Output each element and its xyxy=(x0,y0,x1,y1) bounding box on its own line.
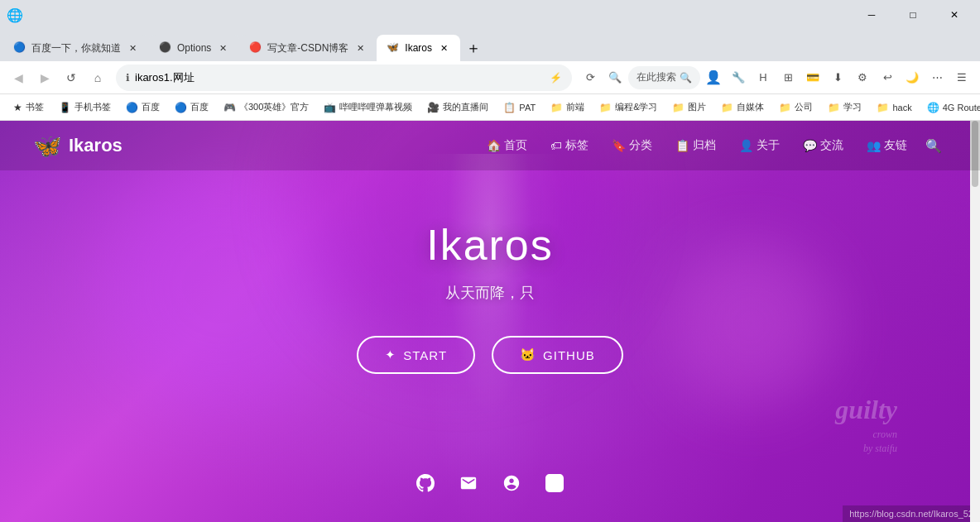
bookmark-label-mobile: 手机书签 xyxy=(74,101,111,113)
nav-home-link[interactable]: 🏠 首页 xyxy=(477,133,537,158)
bookmark-live[interactable]: 🎥 我的直播间 xyxy=(420,98,495,117)
github-icon: 🐱 xyxy=(520,347,536,362)
tab-baidu[interactable]: 🔵 百度一下，你就知道 ✕ xyxy=(3,35,149,61)
github-social-icon[interactable] xyxy=(416,474,435,497)
bookmark-label-router: 4G Router xyxy=(943,103,980,113)
bookmark-baidu2[interactable]: 🔵 百度 xyxy=(168,98,215,117)
watermark-line3: by staifu xyxy=(835,442,897,456)
bookmark-frontend[interactable]: 📁 前端 xyxy=(544,98,591,117)
back-button[interactable]: ◀ xyxy=(7,66,30,89)
bookmark-label-live: 我的直播间 xyxy=(443,101,488,113)
bookmarks-bar: ★ 书签 📱 手机书签 🔵 百度 🔵 百度 🎮 《300英雄》官方 📺 哔哩哔哩… xyxy=(0,94,980,121)
bookmark-company[interactable]: 📁 公司 xyxy=(772,98,819,117)
github-button[interactable]: 🐱 GITHUB xyxy=(492,336,623,374)
tab-close-baidu[interactable]: ✕ xyxy=(126,41,139,55)
bookmark-300[interactable]: 🎮 《300英雄》官方 xyxy=(217,98,315,117)
maximize-button[interactable]: □ xyxy=(894,0,932,30)
folder-icon3: 📁 xyxy=(672,102,685,113)
cast-button[interactable]: ⟳ xyxy=(579,66,602,89)
folder-icon5: 📁 xyxy=(779,102,791,113)
close-button[interactable]: ✕ xyxy=(935,0,973,30)
bookmark-images[interactable]: 📁 图片 xyxy=(665,98,713,117)
folder-icon6: 📁 xyxy=(828,102,840,113)
tab-close-ikaros[interactable]: ✕ xyxy=(437,41,450,55)
secure-icon: ℹ xyxy=(126,72,130,84)
talk-icon: 💬 xyxy=(803,139,817,152)
start-button[interactable]: ✦ START xyxy=(357,336,475,374)
bookmark-hack[interactable]: 📁 hack xyxy=(870,98,918,117)
address-input[interactable] xyxy=(135,71,545,84)
social-icons xyxy=(416,474,564,497)
extension-btn[interactable]: 🔧 xyxy=(727,66,750,89)
zhihu-social-icon[interactable] xyxy=(545,474,564,497)
toolbar: ◀ ▶ ↺ ⌂ ℹ ⚡ ⟳ 🔍 在此搜索 🔍 👤 🔧 H ⊞ 💳 ⬇ ⚙ ↩ 🌙… xyxy=(0,61,980,94)
search-box[interactable]: 在此搜索 🔍 xyxy=(628,66,700,89)
bookmark-bilibili[interactable]: 📺 哔哩哔哩弹幕视频 xyxy=(317,98,419,117)
bookmark-pat[interactable]: 📋 PAT xyxy=(497,98,542,117)
nav-archive-link[interactable]: 📋 归档 xyxy=(665,133,726,158)
watermark-line1: guilty xyxy=(835,395,897,424)
search-button[interactable]: 🔍 xyxy=(603,66,627,89)
undo-button[interactable]: ↩ xyxy=(876,66,899,89)
menu-button[interactable]: ☰ xyxy=(950,66,973,89)
download-button[interactable]: ⬇ xyxy=(826,66,849,89)
nav-archive-label: 归档 xyxy=(693,138,716,153)
darkmode-button[interactable]: 🌙 xyxy=(901,66,924,89)
search-label: 在此搜索 xyxy=(637,70,676,84)
profile-button[interactable]: 👤 xyxy=(702,66,725,89)
window-controls: ─ □ ✕ xyxy=(853,0,973,30)
nav-tags-label: 标签 xyxy=(565,138,588,153)
bookmark-study[interactable]: 📁 学习 xyxy=(821,98,868,117)
hub-button[interactable]: H xyxy=(752,66,775,89)
extension-icon: ⚡ xyxy=(550,72,562,84)
minimize-button[interactable]: ─ xyxy=(853,0,891,30)
tab-title-ikaros: Ikaros xyxy=(405,42,432,54)
site-logo[interactable]: 🦋 Ikaros xyxy=(33,132,122,160)
bookmark-label-images: 图片 xyxy=(688,101,706,113)
bookmark-label-hack: hack xyxy=(892,103,911,113)
nav-talk-link[interactable]: 💬 交流 xyxy=(793,133,853,158)
tab-title-baidu: 百度一下，你就知道 xyxy=(31,41,121,55)
settings-dropdown[interactable]: ⚙ xyxy=(851,66,874,89)
bookmark-star[interactable]: ★ 书签 xyxy=(7,98,50,117)
nav-about-link[interactable]: 👤 关于 xyxy=(729,133,790,158)
mobile-icon: 📱 xyxy=(59,102,71,113)
forward-button[interactable]: ▶ xyxy=(33,66,56,89)
bookmark-mobile[interactable]: 📱 手机书签 xyxy=(52,98,118,117)
watermark: guilty crown by staifu xyxy=(835,391,897,456)
tab-title-csdn: 写文章-CSDN博客 xyxy=(267,41,348,55)
hero-title: Ikaros xyxy=(426,220,554,270)
folder-icon7: 📁 xyxy=(877,102,889,113)
email-social-icon[interactable] xyxy=(459,474,478,497)
bookmark-media[interactable]: 📁 自媒体 xyxy=(714,98,771,117)
nav-friends-link[interactable]: 👥 友链 xyxy=(857,133,917,158)
new-tab-button[interactable]: ＋ xyxy=(460,35,487,61)
tab-close-csdn[interactable]: ✕ xyxy=(353,41,367,55)
tab-csdn[interactable]: 🔴 写文章-CSDN博客 ✕ xyxy=(239,35,377,61)
hero-subtitle: 从天而降，只 xyxy=(445,283,535,303)
nav-tags-link[interactable]: 🏷 标签 xyxy=(540,133,598,158)
baidu2-icon: 🔵 xyxy=(175,102,187,113)
more-button[interactable]: ⋯ xyxy=(925,66,949,89)
tab-close-options[interactable]: ✕ xyxy=(216,41,229,55)
about-icon: 👤 xyxy=(739,139,753,152)
bili-icon: 📺 xyxy=(324,102,336,113)
bookmark-router[interactable]: 🌐 4G Router xyxy=(920,98,980,117)
bookmark-label-300: 《300英雄》官方 xyxy=(239,101,309,113)
tab-bar: 🔵 百度一下，你就知道 ✕ ⚫ Options ✕ 🔴 写文章-CSDN博客 ✕… xyxy=(0,30,980,61)
browser-icon: 🌐 xyxy=(7,7,23,23)
status-url: https://blog.csdn.net/Ikaros_52 xyxy=(849,509,973,519)
tab-ikaros[interactable]: 🦋 Ikaros ✕ xyxy=(377,35,460,61)
nav-category-link[interactable]: 🔖 分类 xyxy=(602,133,662,158)
bookmark-coding[interactable]: 📁 编程&学习 xyxy=(593,98,664,117)
bookmark-baidu[interactable]: 🔵 百度 xyxy=(119,98,166,117)
wallet-button[interactable]: 💳 xyxy=(801,66,824,89)
nav-links: 🏠 首页 🏷 标签 🔖 分类 📋 归档 👤 关于 💬 交流 xyxy=(477,133,947,159)
tab-options[interactable]: ⚫ Options ✕ xyxy=(149,35,239,61)
nav-search-button[interactable]: 🔍 xyxy=(920,133,947,159)
qq-social-icon[interactable] xyxy=(502,474,521,497)
home-button[interactable]: ⌂ xyxy=(86,66,109,89)
reload-button[interactable]: ↺ xyxy=(60,66,83,89)
router-icon: 🌐 xyxy=(927,102,939,113)
scan-button[interactable]: ⊞ xyxy=(776,66,800,89)
